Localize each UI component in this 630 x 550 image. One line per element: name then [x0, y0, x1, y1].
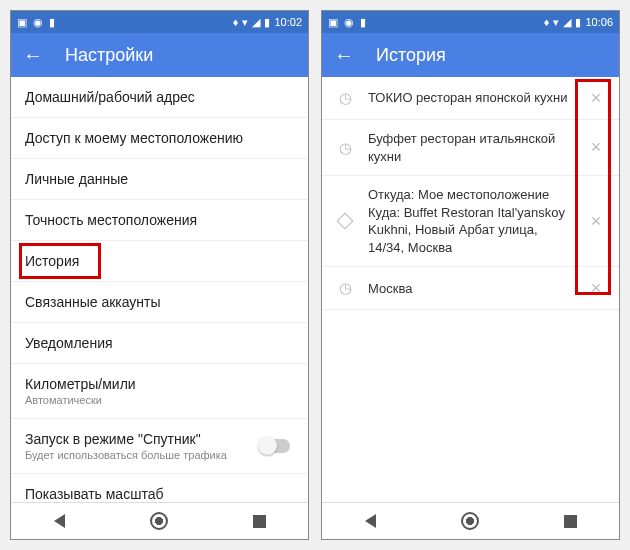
status-bar: ▣ ◉ ▮ ♦ ▾ ◢ ▮ 10:06 — [322, 11, 619, 33]
battery-icon: ▮ — [264, 16, 270, 29]
history-row[interactable]: Откуда: Мое местоположениеКуда: Buffet R… — [322, 176, 619, 267]
history-text: Москва — [368, 280, 571, 298]
settings-row[interactable]: История — [11, 241, 308, 282]
android-nav-bar — [322, 502, 619, 539]
history-text: Откуда: Мое местоположениеКуда: Buffet R… — [368, 186, 571, 256]
nav-back-icon[interactable] — [54, 514, 65, 528]
close-icon[interactable]: × — [585, 137, 607, 158]
close-icon[interactable]: × — [585, 211, 607, 232]
settings-row-title: Запуск в режиме "Спутник" — [25, 431, 294, 447]
clock-icon: ◷ — [336, 89, 354, 107]
history-row[interactable]: ◷Буффет ресторан итальянской кухни× — [322, 120, 619, 176]
gps-icon: ♦ — [544, 16, 550, 28]
route-icon — [336, 212, 354, 230]
sim-icon: ▮ — [360, 16, 366, 29]
settings-row-title: История — [25, 253, 294, 269]
android-nav-bar — [11, 502, 308, 539]
settings-row[interactable]: Домашний/рабочий адрес — [11, 77, 308, 118]
phone-history: ▣ ◉ ▮ ♦ ▾ ◢ ▮ 10:06 ← История ◷ТОКИО рес… — [321, 10, 620, 540]
clock-icon: ◷ — [336, 139, 354, 157]
app-bar: ← Настройки — [11, 33, 308, 77]
settings-row-subtitle: Будет использоваться больше трафика — [25, 449, 294, 461]
nav-home-icon[interactable] — [150, 512, 168, 530]
close-icon[interactable]: × — [585, 278, 607, 299]
settings-row-title: Показывать масштаб — [25, 486, 294, 502]
nav-back-icon[interactable] — [365, 514, 376, 528]
toggle-switch[interactable] — [260, 439, 290, 453]
settings-row[interactable]: Личные данные — [11, 159, 308, 200]
nav-recent-icon[interactable] — [253, 515, 266, 528]
gps-icon: ♦ — [233, 16, 239, 28]
back-button[interactable]: ← — [334, 45, 354, 65]
status-time: 10:06 — [585, 16, 613, 28]
nav-home-icon[interactable] — [461, 512, 479, 530]
sim-icon: ▮ — [49, 16, 55, 29]
location-icon: ◉ — [33, 16, 43, 29]
signal-icon: ◢ — [563, 16, 571, 29]
close-icon[interactable]: × — [585, 88, 607, 109]
settings-row[interactable]: Уведомления — [11, 323, 308, 364]
wifi-icon: ▾ — [553, 16, 559, 29]
nav-app-icon: ▣ — [17, 16, 27, 29]
history-row[interactable]: ◷ТОКИО ресторан японской кухни× — [322, 77, 619, 120]
nav-recent-icon[interactable] — [564, 515, 577, 528]
wifi-icon: ▾ — [242, 16, 248, 29]
settings-row-title: Доступ к моему местоположению — [25, 130, 294, 146]
phone-settings: ▣ ◉ ▮ ♦ ▾ ◢ ▮ 10:02 ← Настройки Домашний… — [10, 10, 309, 540]
history-row[interactable]: ◷Москва× — [322, 267, 619, 310]
settings-row-title: Личные данные — [25, 171, 294, 187]
status-time: 10:02 — [274, 16, 302, 28]
settings-row-title: Домашний/рабочий адрес — [25, 89, 294, 105]
history-text: Буффет ресторан итальянской кухни — [368, 130, 571, 165]
history-list[interactable]: ◷ТОКИО ресторан японской кухни×◷Буффет р… — [322, 77, 619, 502]
battery-icon: ▮ — [575, 16, 581, 29]
location-icon: ◉ — [344, 16, 354, 29]
history-text: ТОКИО ресторан японской кухни — [368, 89, 571, 107]
settings-row[interactable]: Связанные аккаунты — [11, 282, 308, 323]
clock-icon: ◷ — [336, 279, 354, 297]
settings-list[interactable]: Домашний/рабочий адресДоступ к моему мес… — [11, 77, 308, 502]
app-bar-title: История — [376, 45, 446, 66]
settings-row[interactable]: Доступ к моему местоположению — [11, 118, 308, 159]
settings-row-subtitle: Автоматически — [25, 394, 294, 406]
app-bar-title: Настройки — [65, 45, 153, 66]
app-bar: ← История — [322, 33, 619, 77]
settings-row-title: Километры/мили — [25, 376, 294, 392]
status-bar: ▣ ◉ ▮ ♦ ▾ ◢ ▮ 10:02 — [11, 11, 308, 33]
settings-row-title: Точность местоположения — [25, 212, 294, 228]
back-button[interactable]: ← — [23, 45, 43, 65]
settings-row[interactable]: Запуск в режиме "Спутник"Будет использов… — [11, 419, 308, 474]
settings-row[interactable]: Километры/милиАвтоматически — [11, 364, 308, 419]
settings-row[interactable]: Показывать масштабПри изменении — [11, 474, 308, 502]
settings-row-title: Уведомления — [25, 335, 294, 351]
settings-row-title: Связанные аккаунты — [25, 294, 294, 310]
signal-icon: ◢ — [252, 16, 260, 29]
nav-app-icon: ▣ — [328, 16, 338, 29]
settings-row[interactable]: Точность местоположения — [11, 200, 308, 241]
